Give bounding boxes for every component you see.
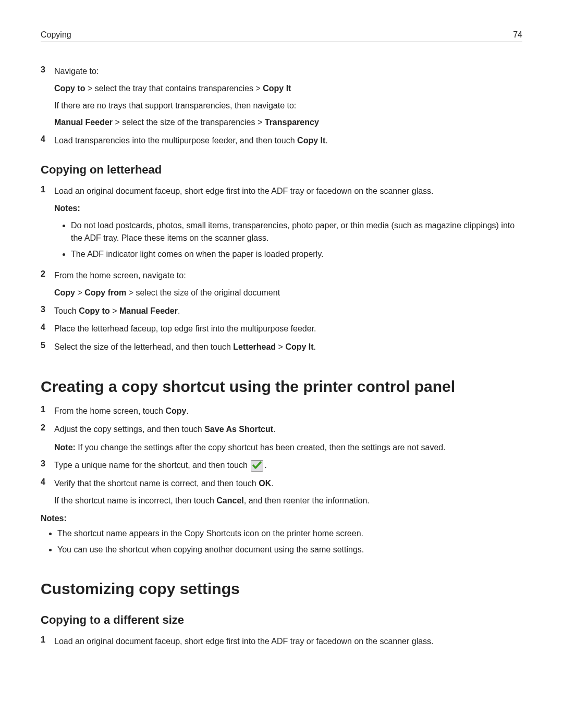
step-1: 1 Load an original document faceup, shor… [41, 185, 522, 264]
inline-bold: Save As Shortcut [204, 425, 273, 434]
notes-label: Notes: [41, 514, 522, 523]
text-run: > [110, 306, 119, 315]
inline-bold: Letterhead [233, 342, 276, 351]
header-section-title: Copying [41, 30, 71, 40]
menu-path-bold: Copy to [54, 84, 85, 93]
header-page-number: 74 [513, 30, 522, 40]
inline-bold: Cancel [216, 496, 243, 505]
step-text: From the home screen, navigate to: [54, 269, 522, 282]
text-run: . [178, 306, 180, 315]
step-text: Load transparencies into the multipurpos… [54, 134, 522, 147]
text-run: Adjust the copy settings, and then touch [54, 425, 204, 434]
notes-bullets: The shortcut name appears in the Copy Sh… [41, 527, 522, 557]
step-text: Place the letterhead faceup, top edge fi… [54, 323, 522, 336]
text-run: . [264, 461, 266, 470]
text-run: . [186, 406, 188, 415]
list-item: The shortcut name appears in the Copy Sh… [57, 527, 522, 540]
step-number: 2 [41, 423, 54, 454]
text-run: . [314, 342, 316, 351]
shortcut-notes-block: Notes: The shortcut name appears in the … [41, 514, 522, 557]
step-number: 1 [41, 635, 54, 648]
step-subline: If the shortcut name is incorrect, then … [54, 495, 522, 508]
step-subline: Manual Feeder > select the size of the t… [54, 116, 522, 129]
text-run: From the home screen, touch [54, 406, 165, 415]
text-run: . [271, 479, 273, 488]
step-number: 3 [41, 65, 54, 129]
step-4: 4 Place the letterhead faceup, top edge … [41, 323, 522, 336]
step-text: Load an original document faceup, short … [54, 185, 522, 198]
menu-path-bold: Manual Feeder [54, 118, 113, 127]
inline-bold: OK [259, 479, 271, 488]
step-number: 1 [41, 405, 54, 418]
menu-path-bold: Copy from [84, 288, 126, 297]
step-number: 4 [41, 134, 54, 147]
checkmark-icon [251, 460, 263, 472]
step-number: 5 [41, 341, 54, 354]
step-3: 3 Type a unique name for the shortcut, a… [41, 459, 522, 472]
text-run: Load transparencies into the multipurpos… [54, 136, 297, 145]
heading-create-copy-shortcut: Creating a copy shortcut using the print… [41, 378, 522, 396]
step-1: 1 Load an original document faceup, shor… [41, 635, 522, 648]
step-subline: Copy to > select the tray that contains … [54, 82, 522, 95]
note-label: Note: [54, 443, 76, 452]
step-number: 4 [41, 323, 54, 336]
page-header: Copying 74 [41, 30, 522, 42]
step-subline: If there are no trays that support trans… [54, 100, 522, 113]
inline-bold: Copy It [297, 136, 325, 145]
menu-path-text: > select the size of the transparencies … [113, 118, 265, 127]
text-run: > [75, 288, 84, 297]
step-4: 4 Load transparencies into the multipurp… [41, 134, 522, 147]
menu-path-bold: Copy [54, 288, 75, 297]
step-text: From the home screen, touch Copy. [54, 405, 522, 418]
letterhead-steps-list: 1 Load an original document faceup, shor… [41, 185, 522, 354]
text-run: , and then reenter the information. [244, 496, 370, 505]
step-number: 3 [41, 459, 54, 472]
step-1: 1 From the home screen, touch Copy. [41, 405, 522, 418]
list-item: The ADF indicator light comes on when th… [71, 248, 522, 261]
text-run: If the shortcut name is incorrect, then … [54, 496, 216, 505]
heading-customizing-copy-settings: Customizing copy settings [41, 580, 522, 598]
page-content: Copying 74 3 Navigate to: Copy to > sele… [0, 0, 563, 728]
menu-path-bold: Transparency [265, 118, 319, 127]
step-text: Load an original document faceup, short … [54, 635, 522, 648]
step-4: 4 Verify that the shortcut name is corre… [41, 477, 522, 508]
step-2: 2 From the home screen, navigate to: Cop… [41, 269, 522, 300]
text-run: Type a unique name for the shortcut, and… [54, 461, 250, 470]
heading-copying-on-letterhead: Copying on letterhead [41, 163, 522, 177]
step-text: Adjust the copy settings, and then touch… [54, 423, 522, 436]
step-number: 4 [41, 477, 54, 508]
text-run: Select the size of the letterhead, and t… [54, 342, 233, 351]
step-text: Navigate to: [54, 65, 522, 78]
text-run: . [273, 425, 275, 434]
list-item: Do not load postcards, photos, small ite… [71, 219, 522, 245]
list-item: You can use the shortcut when copying an… [57, 544, 522, 557]
step-text: Type a unique name for the shortcut, and… [54, 459, 522, 472]
text-run: > select the size of the original docume… [126, 288, 280, 297]
step-3: 3 Touch Copy to > Manual Feeder. [41, 305, 522, 318]
menu-path-bold: Copy It [263, 84, 291, 93]
step-text: Select the size of the letterhead, and t… [54, 341, 522, 354]
step-text: Verify that the shortcut name is correct… [54, 477, 522, 490]
inline-bold: Copy [165, 406, 186, 415]
notes-label: Notes: [54, 202, 522, 215]
menu-path-text: > select the tray that contains transpar… [85, 84, 263, 93]
step-2: 2 Adjust the copy settings, and then tou… [41, 423, 522, 454]
shortcut-steps-list: 1 From the home screen, touch Copy. 2 Ad… [41, 405, 522, 508]
notes-bullets: Do not load postcards, photos, small ite… [54, 219, 522, 261]
text-run: If you change the settings after the cop… [76, 443, 446, 452]
top-steps-list: 3 Navigate to: Copy to > select the tray… [41, 65, 522, 147]
inline-bold: Copy It [285, 342, 313, 351]
heading-copying-different-size: Copying to a different size [41, 613, 522, 627]
step-subline: Copy > Copy from > select the size of th… [54, 287, 522, 300]
inline-bold: Manual Feeder [119, 306, 178, 315]
inline-bold: Copy to [79, 306, 110, 315]
text-run: Verify that the shortcut name is correct… [54, 479, 259, 488]
step-5: 5 Select the size of the letterhead, and… [41, 341, 522, 354]
text-run: Touch [54, 306, 79, 315]
step-number: 3 [41, 305, 54, 318]
step-number: 1 [41, 185, 54, 264]
step-3: 3 Navigate to: Copy to > select the tray… [41, 65, 522, 129]
step-note: Note: If you change the settings after t… [54, 441, 522, 454]
diffsize-steps-list: 1 Load an original document faceup, shor… [41, 635, 522, 648]
text-run: > [276, 342, 285, 351]
